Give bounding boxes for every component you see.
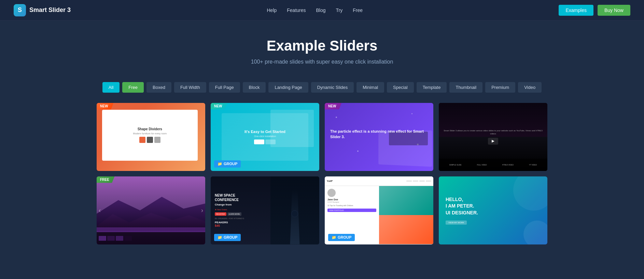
nav-buttons: Examples Buy Now [559,5,630,16]
tab-dynamic-slides[interactable]: Dynamic Slides [311,82,354,93]
header: S Smart Slider 3 Help Features Blog Try … [0,0,644,21]
badge-new-purple: NEW [325,103,341,109]
tab-full-page[interactable]: Full Page [209,82,240,93]
tab-template[interactable]: Template [417,82,447,93]
logo-area: S Smart Slider 3 [14,4,71,16]
gallery-item-designer[interactable]: HELLO,I AM PETER.UI DESIGNER. VIEW MY WO… [439,176,547,244]
hero-section: Example Sliders 100+ pre-made slides wit… [0,21,644,75]
logo-icon: S [14,4,26,16]
badge-new-teal: NEW [211,103,227,109]
gallery-item-space-conference[interactable]: NEW SPACECONFERENCEChange from ★ New Dat… [211,176,319,244]
tab-block[interactable]: Block [243,82,266,93]
badge-group-3: 📁 GROUP [328,234,355,241]
examples-button[interactable]: Examples [559,5,593,16]
logo-text: Smart Slider 3 [29,6,71,14]
tab-all[interactable]: All [102,82,120,93]
tab-premium[interactable]: Premium [485,82,515,93]
gallery-item-particle-effect[interactable]: The particle effect is a stunning new ef… [325,103,433,171]
nav-features[interactable]: Features [287,8,306,13]
tab-minimal[interactable]: Minimal [356,82,384,93]
tab-free[interactable]: Free [122,82,144,93]
page-title: Example Sliders [7,38,637,54]
gallery-item-video-slides[interactable]: Smart Slider 3 allows you to create vari… [439,103,547,171]
main-nav: Help Features Blog Try Free [267,8,363,13]
badge-new: NEW [97,103,113,109]
badge-group-1: 📁 GROUP [214,160,241,168]
page-subtitle: 100+ pre-made slides with super easy one… [7,59,637,65]
filter-tabs: All Free Boxed Full Width Full Page Bloc… [0,75,644,103]
tab-full-width[interactable]: Full Width [174,82,206,93]
gallery-item-portfolio[interactable]: YuliP Jane Doe UI/UX Designer 10 Tips fo… [325,176,433,244]
tab-video[interactable]: Video [518,82,542,93]
buynow-button[interactable]: Buy Now [598,5,630,16]
gallery-item-get-started[interactable]: It's Easy to Get Started One-click insta… [211,103,319,171]
tab-landing-page[interactable]: Landing Page [268,82,308,93]
tab-special[interactable]: Special [387,82,414,93]
badge-free: FREE [97,176,115,183]
tab-thumbnail[interactable]: Thumbnail [449,82,482,93]
nav-blog[interactable]: Blog [316,8,326,13]
tab-boxed[interactable]: Boxed [146,82,171,93]
badge-group-2: 📁 GROUP [214,234,241,241]
nav-try[interactable]: Try [336,8,343,13]
gallery-grid: Shape Dividers Modern furniture for ever… [83,103,561,258]
nav-free[interactable]: Free [353,8,363,13]
gallery-item-shape-dividers[interactable]: Shape Dividers Modern furniture for ever… [97,103,205,171]
gallery-item-landscape[interactable]: ‹ › FREE [97,176,205,244]
nav-help[interactable]: Help [267,8,277,13]
